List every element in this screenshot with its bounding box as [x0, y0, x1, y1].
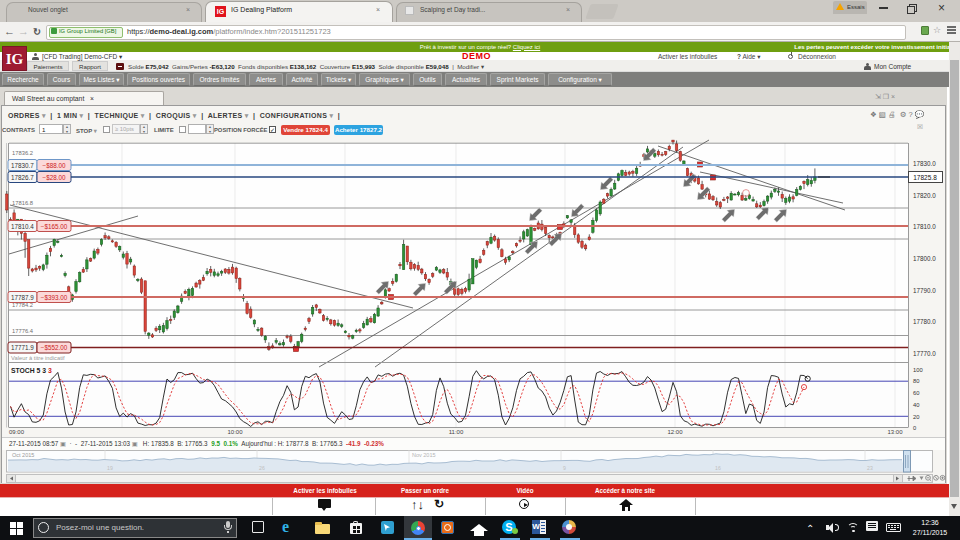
svg-text:23: 23 — [867, 465, 873, 471]
svg-text:Nov 2015: Nov 2015 — [412, 452, 436, 458]
svg-text:9: 9 — [563, 465, 566, 471]
svg-text:Oct 2015: Oct 2015 — [12, 452, 34, 458]
svg-text:16: 16 — [715, 465, 721, 471]
svg-text:19: 19 — [107, 465, 113, 471]
svg-text:26: 26 — [259, 465, 265, 471]
